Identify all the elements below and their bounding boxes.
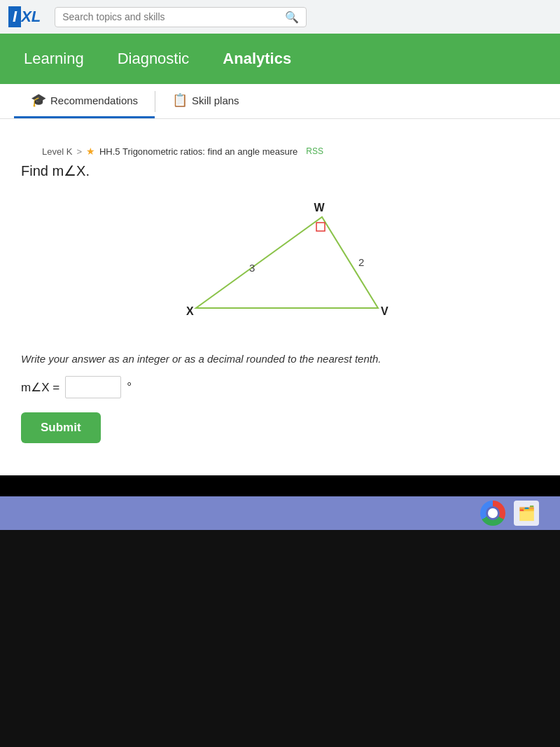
taskbar: 🗂️ — [0, 496, 560, 530]
answer-row: m∠X = ° — [21, 376, 539, 398]
answer-input[interactable] — [65, 376, 121, 398]
search-bar[interactable]: 🔍 — [55, 7, 307, 27]
answer-section: Write your answer as an integer or as a … — [21, 353, 539, 454]
side-left-label: 3 — [249, 262, 255, 274]
triangle-diagram: W X V 3 2 — [182, 196, 406, 336]
logo-xl: XL — [21, 8, 41, 26]
vertex-v: V — [381, 305, 388, 317]
dark-area — [0, 530, 560, 747]
breadcrumb: Level K > ★ HH.5 Trigonometric ratios: f… — [21, 136, 539, 162]
nav-analytics[interactable]: Analytics — [220, 44, 294, 74]
side-right-label: 2 — [358, 256, 364, 268]
vertex-x: X — [186, 305, 194, 317]
recommendations-icon: 🎓 — [31, 92, 46, 108]
sub-nav: 🎓 Recommendations 📋 Skill plans — [0, 84, 560, 119]
sub-nav-recommendations[interactable]: 🎓 Recommendations — [14, 84, 155, 118]
ixl-logo: IXL — [8, 6, 41, 27]
breadcrumb-star: ★ — [86, 146, 95, 157]
browser-bar: IXL 🔍 — [0, 0, 560, 34]
svg-rect-1 — [316, 223, 325, 231]
breadcrumb-rss[interactable]: RSS — [306, 146, 323, 156]
diagram-container: W X V 3 2 — [49, 196, 539, 336]
breadcrumb-chevron: > — [76, 146, 82, 157]
breadcrumb-skill: HH.5 Trigonometric ratios: find an angle… — [99, 146, 298, 157]
search-icon: 🔍 — [285, 11, 299, 24]
nav-learning[interactable]: Learning — [21, 44, 87, 74]
nav-bar: Learning Diagnostic Analytics — [0, 34, 560, 84]
svg-marker-0 — [196, 217, 378, 308]
search-input[interactable] — [62, 11, 279, 22]
files-icon[interactable]: 🗂️ — [514, 501, 539, 526]
sub-nav-recommendations-label: Recommendations — [50, 95, 138, 106]
answer-instruction: Write your answer as an integer or as a … — [21, 353, 539, 365]
skill-plans-icon: 📋 — [172, 92, 188, 108]
breadcrumb-level: Level K — [42, 146, 72, 157]
answer-label: m∠X = — [21, 380, 59, 395]
submit-button[interactable]: Submit — [21, 412, 101, 443]
logo-i: I — [8, 6, 21, 27]
chrome-icon[interactable] — [480, 501, 505, 526]
main-content: Level K > ★ HH.5 Trigonometric ratios: f… — [0, 119, 560, 475]
nav-diagnostic[interactable]: Diagnostic — [115, 44, 192, 74]
question-prompt: Find m∠X. — [21, 162, 539, 179]
degree-symbol: ° — [127, 380, 132, 394]
vertex-w: W — [314, 202, 325, 214]
sub-nav-skill-plans-label: Skill plans — [192, 95, 239, 106]
sub-nav-skill-plans[interactable]: 📋 Skill plans — [155, 84, 256, 118]
